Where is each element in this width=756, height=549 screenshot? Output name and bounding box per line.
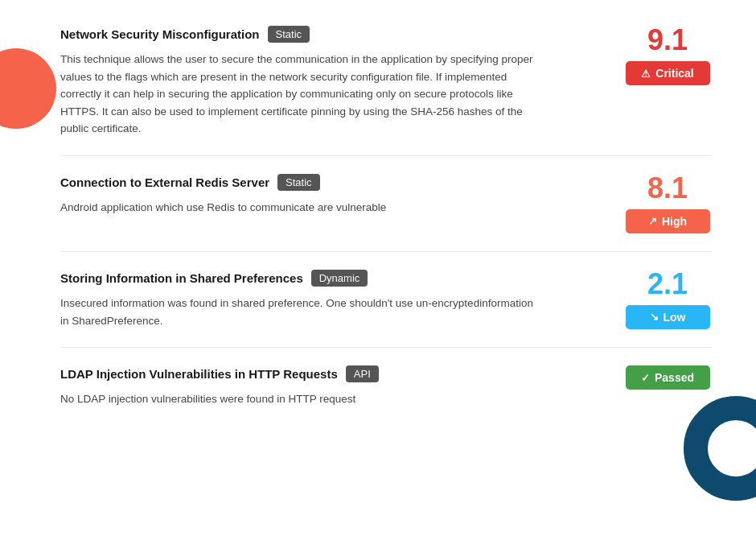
vuln-title: LDAP Injection Vulnerabilities in HTTP R… — [60, 367, 338, 381]
vuln-left: Storing Information in Shared Preference… — [60, 270, 607, 329]
vuln-title: Connection to External Redis Server — [60, 175, 269, 189]
page-container: Network Security Misconfiguration Static… — [0, 0, 756, 549]
severity-label: Low — [664, 311, 686, 324]
vuln-title-row: Storing Information in Shared Preference… — [60, 270, 607, 287]
vuln-description: No LDAP injection vulnerabilities were f… — [60, 390, 535, 408]
vuln-title: Storing Information in Shared Preference… — [60, 271, 303, 285]
vuln-score: 2.1 — [647, 270, 688, 299]
severity-button[interactable]: ✓ Passed — [626, 365, 710, 390]
vuln-card: LDAP Injection Vulnerabilities in HTTP R… — [60, 348, 712, 426]
vuln-badge: Static — [268, 26, 310, 43]
severity-label: Passed — [655, 371, 694, 384]
vuln-right: 2.1 ↘ Low — [623, 270, 712, 329]
vuln-description: This technique allows the user to secure… — [60, 51, 535, 138]
vuln-card: Connection to External Redis Server Stat… — [60, 156, 712, 252]
vuln-score: 9.1 — [647, 26, 688, 55]
vuln-card: Network Security Misconfiguration Static… — [60, 8, 712, 156]
vuln-description: Insecured information was found in share… — [60, 295, 535, 329]
vuln-title: Network Security Misconfiguration — [60, 27, 260, 41]
vuln-score: 8.1 — [647, 174, 688, 203]
vuln-badge: Dynamic — [311, 270, 368, 287]
vuln-right: 9.1 ⚠ Critical — [623, 26, 712, 85]
vuln-description: Android application which use Redis to c… — [60, 199, 535, 217]
severity-icon: ⚠ — [641, 68, 651, 80]
vuln-right: ✓ Passed — [623, 365, 712, 390]
severity-button[interactable]: ⚠ Critical — [626, 61, 710, 85]
severity-button[interactable]: ↗ High — [626, 209, 710, 233]
severity-icon: ↗ — [648, 215, 657, 227]
severity-button[interactable]: ↘ Low — [626, 305, 710, 329]
vuln-badge: API — [346, 365, 379, 382]
vuln-title-row: LDAP Injection Vulnerabilities in HTTP R… — [60, 365, 607, 382]
vuln-title-row: Network Security Misconfiguration Static — [60, 26, 607, 43]
severity-icon: ↘ — [650, 311, 659, 323]
severity-label: High — [662, 215, 687, 228]
vuln-card: Storing Information in Shared Preference… — [60, 252, 712, 348]
vuln-badge: Static — [277, 174, 320, 191]
vuln-left: Network Security Misconfiguration Static… — [60, 26, 607, 138]
severity-icon: ✓ — [641, 372, 650, 384]
vuln-left: LDAP Injection Vulnerabilities in HTTP R… — [60, 365, 607, 408]
severity-label: Critical — [655, 67, 693, 80]
deco-circle-left — [0, 48, 56, 129]
vuln-right: 8.1 ↗ High — [623, 174, 712, 233]
vuln-title-row: Connection to External Redis Server Stat… — [60, 174, 607, 191]
vuln-left: Connection to External Redis Server Stat… — [60, 174, 607, 217]
content-area: Network Security Misconfiguration Static… — [60, 0, 712, 426]
